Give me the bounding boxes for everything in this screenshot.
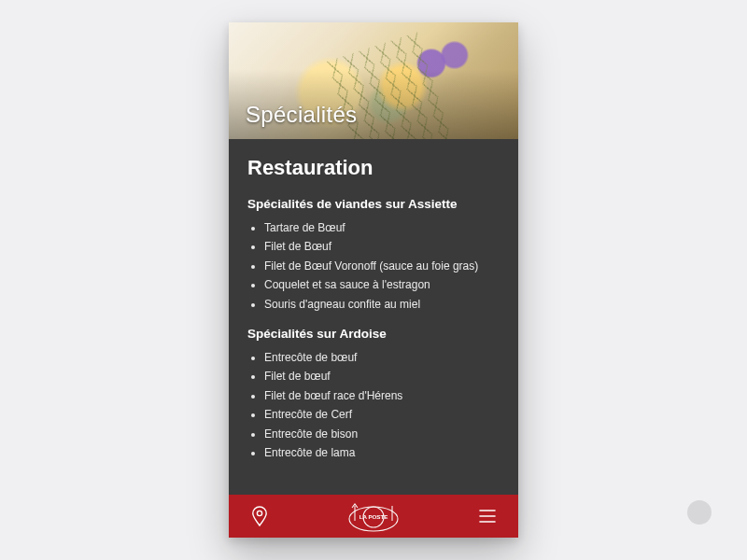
list-item: Filet de bœuf race d'Hérens bbox=[264, 386, 500, 405]
hamburger-icon bbox=[479, 510, 496, 523]
hero-image: Spécialités bbox=[229, 22, 518, 139]
hero-title: Spécialités bbox=[246, 102, 357, 128]
menu-button[interactable] bbox=[472, 500, 503, 532]
brand-logo[interactable]: LA POSTE bbox=[336, 497, 411, 534]
list-item: Entrecôte de lama bbox=[264, 443, 500, 462]
list-item: Filet de Bœuf Voronoff (sauce au foie gr… bbox=[264, 257, 500, 275]
list-item: Tartare de Bœuf bbox=[264, 218, 500, 237]
phone-frame: Spécialités Restauration Spécialités de … bbox=[229, 22, 518, 538]
map-pin-button[interactable] bbox=[244, 500, 275, 532]
map-pin-icon bbox=[251, 506, 268, 526]
list-item: Entrecôte de bison bbox=[264, 425, 500, 443]
section-list: Tartare de Bœuf Filet de Bœuf Filet de B… bbox=[247, 218, 500, 314]
menu-section: Spécialités sur Ardoise Entrecôte de bœu… bbox=[247, 327, 500, 462]
list-item: Entrecôte de Cerf bbox=[264, 405, 500, 424]
list-item: Entrecôte de bœuf bbox=[264, 348, 500, 367]
section-title: Spécialités sur Ardoise bbox=[247, 327, 500, 341]
brand-logo-text: LA POSTE bbox=[359, 513, 388, 520]
section-title: Spécialités de viandes sur Assiette bbox=[247, 197, 500, 211]
list-item: Souris d'agneau confite au miel bbox=[264, 295, 500, 314]
floating-dot[interactable] bbox=[687, 500, 712, 525]
bottom-bar: LA POSTE bbox=[229, 495, 518, 538]
content-area: Restauration Spécialités de viandes sur … bbox=[229, 139, 518, 495]
list-item: Coquelet et sa sauce à l'estragon bbox=[264, 275, 500, 294]
list-item: Filet de Bœuf bbox=[264, 237, 500, 256]
list-item: Filet de bœuf bbox=[264, 367, 500, 385]
menu-section: Spécialités de viandes sur Assiette Tart… bbox=[247, 197, 500, 314]
section-list: Entrecôte de bœuf Filet de bœuf Filet de… bbox=[247, 348, 500, 462]
page-heading: Restauration bbox=[247, 156, 500, 180]
svg-point-0 bbox=[257, 511, 261, 515]
